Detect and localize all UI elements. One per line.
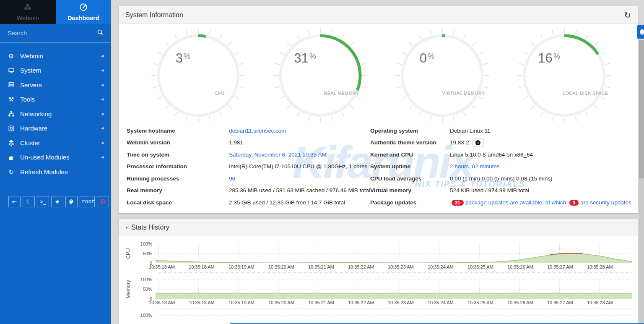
menu-label: Webmin: [20, 52, 43, 60]
main-content: System Information ↻ 3% CPU 31% REAL MEM…: [111, 0, 644, 324]
memory-history-chart: Memory 100%50%0 10:35:18 AM10:35:18 AM10…: [122, 280, 638, 308]
gauge-icon: [79, 3, 88, 13]
server-icon: [8, 81, 15, 89]
menu-label: Cluster: [20, 139, 40, 146]
gauge-local-disk-space: 16% LOCAL DISK SPACE: [516, 27, 613, 124]
stats-history-panel: ▾ Stats History CPU 100%50%0 10:35:18 AM…: [119, 219, 638, 324]
system-info-table: System hostnamedebian11.silensec.com Web…: [119, 124, 638, 209]
chevron-left-icon: ◀: [101, 97, 104, 101]
collapse-section-icon[interactable]: ▾: [125, 225, 128, 230]
notifications-button[interactable]: [637, 25, 644, 39]
hostname-link[interactable]: debian11.silensec.com: [229, 128, 286, 134]
gauge-value: 16%: [516, 51, 582, 66]
gauge-cpu: 3% CPU: [150, 27, 247, 124]
sidebar-tabs: Webmin Dashboard: [0, 0, 111, 24]
menu-label: Servers: [20, 81, 42, 89]
terminal-button[interactable]: >_: [37, 196, 49, 207]
sidebar-item-tools[interactable]: ⚒ Tools ◀: [0, 92, 111, 107]
table-row: Authentic theme version19.83-2i: [370, 137, 631, 149]
gauge-value: 0%: [394, 51, 460, 66]
security-updates-count-badge: 3: [569, 200, 579, 206]
puzzle-icon: [8, 154, 15, 161]
table-row: Local disk space2.35 GiB used / 12.35 Gi…: [127, 196, 370, 209]
gauge-label: CPU: [195, 91, 245, 96]
collapse-icon: ⇤: [12, 199, 17, 205]
page-title: System Information: [125, 11, 183, 19]
sidebar-item-cluster[interactable]: Cluster ◀: [0, 136, 111, 150]
sidebar-item-hardware[interactable]: Hardware ◀: [0, 121, 111, 136]
table-row: Time on systemSaturday, November 6, 2021…: [127, 149, 370, 161]
scrollbar-thumb[interactable]: [639, 40, 644, 178]
current-user-label: root: [82, 199, 95, 205]
vertical-scrollbar[interactable]: [639, 40, 644, 324]
gauge-label: VIRTUAL MEMORY: [439, 91, 489, 96]
user-account-button[interactable]: root: [80, 196, 95, 207]
sidebar-item-refresh-modules[interactable]: ↻ Refresh Modules: [0, 165, 111, 179]
table-row: System uptime2 hours, 02 minutes: [370, 161, 631, 173]
tab-dashboard[interactable]: Dashboard: [56, 0, 112, 24]
chart-divider: [159, 272, 632, 273]
stats-history-header: ▾ Stats History: [119, 219, 638, 236]
stats-body: CPU 100%50%0 10:35:18 AM10:35:18 AM10:35…: [119, 236, 638, 324]
system-information-header: System Information ↻: [119, 6, 638, 24]
cpu-axis-label: CPU: [125, 248, 131, 259]
network-icon: [8, 110, 15, 118]
table-row: Kernel and CPULinux 5.10.0-8-amd64 on x8…: [370, 149, 631, 161]
tab-webmin-label: Webmin: [17, 15, 39, 21]
tab-dashboard-label: Dashboard: [68, 15, 99, 21]
collapse-sidebar-button[interactable]: ⇤: [8, 196, 21, 207]
night-mode-icon: ☾: [26, 199, 31, 205]
gauge-value: 31%: [272, 51, 338, 66]
gauge-label: LOCAL DISK SPACE: [561, 91, 611, 96]
gear-icon: ⚙: [8, 52, 15, 60]
webmin-logo-icon: [23, 3, 32, 13]
cpu-x-ticks: 10:35:18 AM10:35:18 AM10:35:19 AM10:35:2…: [159, 264, 632, 270]
table-row: CPU load averages0.00 (1 min) 0.00 (5 mi…: [370, 172, 631, 185]
logout-button[interactable]: [97, 196, 109, 207]
theme-info-button[interactable]: i: [473, 138, 484, 146]
menu-label: Hardware: [20, 125, 47, 132]
layers-icon: [8, 139, 15, 146]
gauges-row: 3% CPU 31% REAL MEMORY 0% VIRTUAL MEMORY…: [119, 24, 638, 124]
sidebar-footer: ⇤ ☾ >_ ★ root: [8, 196, 111, 207]
refresh-icon: ↻: [8, 168, 15, 175]
running-processes-link[interactable]: 96: [229, 175, 235, 182]
sidebar-item-unused-modules[interactable]: Un-used Modules ◀: [0, 150, 111, 165]
refresh-icon[interactable]: ↻: [624, 11, 631, 19]
sidebar-item-system[interactable]: System ◀: [0, 63, 111, 78]
sidebar-item-webmin[interactable]: ⚙ Webmin ◀: [0, 49, 111, 63]
system-time-link[interactable]: Saturday, November 6, 2021 10:35 AM: [229, 152, 326, 158]
sidebar-item-servers[interactable]: Servers ◀: [0, 78, 111, 92]
search-input[interactable]: [8, 30, 97, 37]
chevron-left-icon: ◀: [101, 141, 104, 145]
gauge-value: 3%: [150, 51, 216, 66]
tab-webmin[interactable]: Webmin: [0, 0, 56, 24]
favorites-button[interactable]: ★: [51, 196, 63, 207]
table-row: Running processes96: [127, 172, 370, 185]
sidebar-menu: ⚙ Webmin ◀ System ◀ Servers ◀ ⚒ Tools ◀: [0, 43, 111, 179]
favorites-icon: ★: [55, 199, 60, 205]
gauge-virtual-memory: 0% VIRTUAL MEMORY: [394, 27, 491, 124]
menu-label: Networking: [20, 110, 52, 118]
drive-icon: [8, 125, 15, 132]
logout-icon: [100, 199, 106, 204]
gauge-label: REAL MEMORY: [317, 91, 367, 96]
theme-palette-icon: [69, 199, 74, 204]
info-icon: i: [475, 140, 480, 145]
table-row: Webmin version1.981: [127, 137, 370, 149]
theme-palette-button[interactable]: [65, 196, 78, 207]
chevron-left-icon: ◀: [101, 155, 104, 159]
menu-label: System: [20, 67, 41, 74]
table-row: Real memory285.36 MiB used / 581.63 MiB …: [127, 185, 370, 197]
sidebar-item-networking[interactable]: Networking ◀: [0, 107, 111, 121]
table-row: Operating systemDebian Linux 11: [370, 125, 631, 137]
package-updates-link[interactable]: 31package updates are available, of whic…: [450, 199, 631, 206]
uptime-link[interactable]: 2 hours, 02 minutes: [450, 163, 500, 170]
night-mode-button[interactable]: ☾: [23, 196, 35, 207]
search-icon[interactable]: [97, 29, 104, 37]
cpu-plot-area: [156, 244, 632, 263]
sidebar-search: [0, 24, 111, 43]
tools-icon: ⚒: [8, 96, 15, 103]
sidebar: Webmin Dashboard ⚙ Webmin ◀ System ◀: [0, 0, 111, 324]
menu-label: Tools: [20, 96, 35, 103]
